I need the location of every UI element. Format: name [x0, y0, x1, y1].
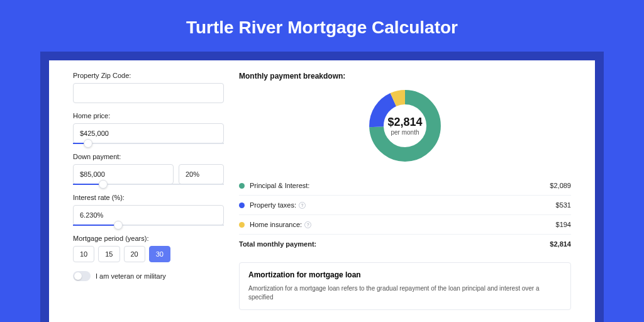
slider-thumb[interactable]	[84, 139, 92, 148]
zip-label: Property Zip Code:	[73, 72, 224, 79]
home-price-input[interactable]	[73, 123, 224, 143]
period-buttons: 10152030	[73, 246, 224, 262]
calculator-panel: Property Zip Code: Home price: Down paym…	[49, 60, 595, 322]
legend-label: Principal & Interest:	[250, 182, 550, 189]
down-payment-pct-input[interactable]	[179, 164, 224, 184]
legend-label: Property taxes: ?	[250, 201, 556, 209]
legend-dot	[239, 183, 245, 189]
legend-dot	[239, 203, 245, 208]
down-payment-label: Down payment:	[73, 153, 224, 160]
breakdown-title: Monthly payment breakdown:	[239, 72, 571, 80]
period-button-15[interactable]: 15	[98, 246, 119, 262]
home-price-field: Home price:	[73, 112, 224, 144]
legend-dot	[239, 222, 245, 228]
donut-chart-wrap: $2,814 per month	[239, 88, 571, 164]
panel-shadow: Property Zip Code: Home price: Down paym…	[40, 52, 604, 322]
legend-value: $194	[556, 221, 571, 228]
legend-value: $2,089	[550, 182, 571, 189]
info-icon[interactable]: ?	[304, 221, 311, 228]
zip-input[interactable]	[73, 83, 224, 103]
interest-label: Interest rate (%):	[73, 194, 224, 201]
period-button-30[interactable]: 30	[149, 246, 170, 262]
down-payment-input[interactable]	[73, 164, 174, 184]
legend-row: Principal & Interest:$2,089	[239, 176, 571, 196]
legend-total-row: Total monthly payment:$2,814	[239, 235, 571, 253]
period-field: Mortgage period (years): 10152030	[73, 235, 224, 262]
donut-center: $2,814 per month	[367, 88, 443, 164]
legend-value: $531	[556, 201, 571, 209]
info-icon[interactable]: ?	[299, 202, 306, 209]
period-button-20[interactable]: 20	[124, 246, 145, 262]
zip-field: Property Zip Code:	[73, 72, 224, 103]
down-payment-field: Down payment:	[73, 153, 224, 185]
breakdown-column: Monthly payment breakdown: $2,814 per mo…	[239, 72, 571, 322]
amortization-title: Amortization for mortgage loan	[248, 270, 562, 279]
down-payment-slider[interactable]	[73, 184, 224, 185]
slider-thumb[interactable]	[99, 180, 108, 189]
page-title: Turtle River Mortgage Calculator	[0, 0, 644, 52]
interest-field: Interest rate (%):	[73, 194, 224, 226]
veteran-toggle[interactable]	[73, 271, 91, 281]
interest-slider[interactable]	[73, 225, 224, 226]
form-column: Property Zip Code: Home price: Down paym…	[73, 72, 224, 322]
veteran-row: I am veteran or military	[73, 271, 224, 281]
amortization-card: Amortization for mortgage loan Amortizat…	[239, 262, 571, 310]
donut-chart: $2,814 per month	[367, 88, 443, 164]
period-label: Mortgage period (years):	[73, 235, 224, 242]
interest-input[interactable]	[73, 205, 224, 225]
legend-total-value: $2,814	[550, 240, 571, 248]
home-price-label: Home price:	[73, 112, 224, 119]
slider-thumb[interactable]	[114, 221, 123, 230]
home-price-slider[interactable]	[73, 143, 224, 144]
period-button-10[interactable]: 10	[73, 246, 94, 262]
veteran-label: I am veteran or military	[96, 272, 166, 280]
donut-value: $2,814	[387, 116, 422, 129]
legend-row: Home insurance: ?$194	[239, 215, 571, 235]
donut-sub: per month	[391, 129, 419, 136]
legend-total-label: Total monthly payment:	[239, 240, 550, 248]
legend-row: Property taxes: ?$531	[239, 196, 571, 215]
legend-label: Home insurance: ?	[250, 221, 556, 228]
legend: Principal & Interest:$2,089Property taxe…	[239, 176, 571, 253]
amortization-text: Amortization for a mortgage loan refers …	[248, 284, 562, 302]
